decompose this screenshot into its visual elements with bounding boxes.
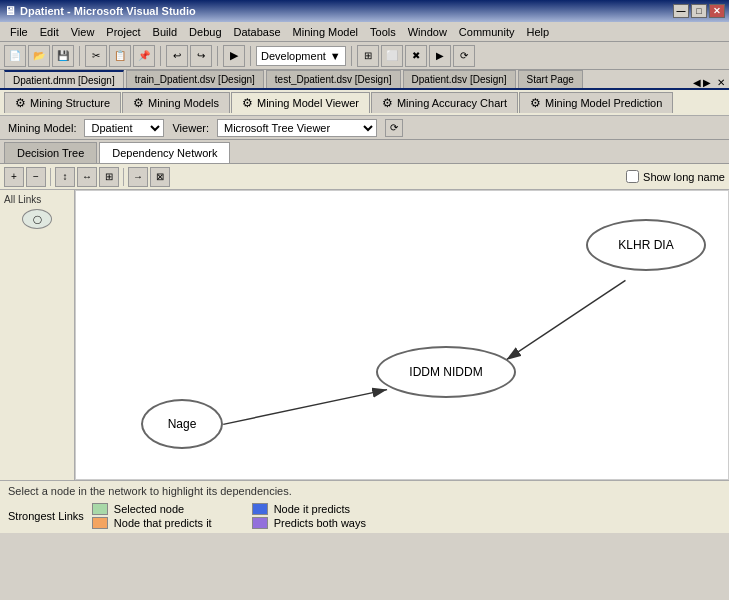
refresh-button[interactable]: ⟳ bbox=[385, 119, 403, 137]
dropdown-arrow: ▼ bbox=[330, 50, 341, 62]
tab-decision-tree[interactable]: Decision Tree bbox=[4, 142, 97, 163]
menu-view[interactable]: View bbox=[65, 24, 101, 40]
viewer-select[interactable]: Microsoft Tree Viewer bbox=[217, 119, 377, 137]
tab-mining-models[interactable]: ⚙ Mining Models bbox=[122, 92, 230, 113]
mining-model-label: Mining Model: bbox=[8, 122, 76, 134]
zoom-in-btn[interactable]: + bbox=[4, 167, 24, 187]
legend-left: Selected node Node that predicts it bbox=[92, 503, 212, 529]
copy-btn[interactable]: 📋 bbox=[109, 45, 131, 67]
menu-mining-model[interactable]: Mining Model bbox=[287, 24, 364, 40]
expand-btn[interactable]: → bbox=[128, 167, 148, 187]
mining-model-select[interactable]: Dpatient bbox=[84, 119, 164, 137]
tab-mining-structure-label: Mining Structure bbox=[30, 97, 110, 109]
menu-database[interactable]: Database bbox=[228, 24, 287, 40]
toolbar-btn4[interactable]: ▶ bbox=[429, 45, 451, 67]
viewer-label: Viewer: bbox=[172, 122, 208, 134]
fit-all-btn[interactable]: ⊞ bbox=[99, 167, 119, 187]
small-node-icon: ◯ bbox=[22, 209, 52, 229]
save-btn[interactable]: 💾 bbox=[52, 45, 74, 67]
toolbar-btn3[interactable]: ✖ bbox=[405, 45, 427, 67]
new-btn[interactable]: 📄 bbox=[4, 45, 26, 67]
fit-horizontal-btn[interactable]: ↔ bbox=[77, 167, 97, 187]
bottom-area: Select a node in the network to highligh… bbox=[0, 480, 729, 533]
status-text: Select a node in the network to highligh… bbox=[8, 485, 721, 497]
zoom-out-btn[interactable]: − bbox=[26, 167, 46, 187]
tab-dependency-network[interactable]: Dependency Network bbox=[99, 142, 230, 163]
tab-mining-models-label: Mining Models bbox=[148, 97, 219, 109]
close-button[interactable]: ✕ bbox=[709, 4, 725, 18]
menu-bar: File Edit View Project Build Debug Datab… bbox=[0, 22, 729, 42]
node-nage[interactable]: Nage bbox=[141, 399, 223, 449]
tab-mining-accuracy[interactable]: ⚙ Mining Accuracy Chart bbox=[371, 92, 518, 113]
menu-debug[interactable]: Debug bbox=[183, 24, 227, 40]
sub-toolbar: Mining Model: Dpatient Viewer: Microsoft… bbox=[0, 116, 729, 140]
doc-tab-train-dpatient[interactable]: train_Dpatient.dsv [Design] bbox=[126, 70, 264, 88]
node-nage-label: Nage bbox=[168, 417, 197, 431]
doc-tab-close[interactable]: ✕ bbox=[717, 77, 725, 88]
mining-accuracy-icon: ⚙ bbox=[382, 96, 393, 110]
mining-tabs: ⚙ Mining Structure ⚙ Mining Models ⚙ Min… bbox=[0, 90, 729, 116]
doc-tab-dpatient-dmm[interactable]: Dpatient.dmm [Design] bbox=[4, 70, 124, 88]
legend-predicts-it-color bbox=[92, 517, 108, 529]
title-bar-controls: — □ ✕ bbox=[673, 4, 725, 18]
legend-node-predicts-it: Node that predicts it bbox=[92, 517, 212, 529]
tab-mining-structure[interactable]: ⚙ Mining Structure bbox=[4, 92, 121, 113]
maximize-button[interactable]: □ bbox=[691, 4, 707, 18]
menu-file[interactable]: File bbox=[4, 24, 34, 40]
sep2 bbox=[160, 46, 161, 66]
legend-it-predicts-color bbox=[252, 503, 268, 515]
main-content: All Links ◯ KLHR DIA IDDM NIDDM Nage bbox=[0, 190, 729, 480]
mining-models-icon: ⚙ bbox=[133, 96, 144, 110]
tab-mining-prediction[interactable]: ⚙ Mining Model Prediction bbox=[519, 92, 673, 113]
paste-btn[interactable]: 📌 bbox=[133, 45, 155, 67]
toolbar-btn2[interactable]: ⬜ bbox=[381, 45, 403, 67]
svg-line-1 bbox=[506, 280, 625, 359]
menu-window[interactable]: Window bbox=[402, 24, 453, 40]
feature-tabs: Decision Tree Dependency Network bbox=[0, 140, 729, 164]
menu-project[interactable]: Project bbox=[100, 24, 146, 40]
legend-it-predicts-label: Node it predicts bbox=[274, 503, 350, 515]
menu-build[interactable]: Build bbox=[147, 24, 183, 40]
title-bar-left: 🖥 Dpatient - Microsoft Visual Studio bbox=[4, 4, 196, 18]
main-toolbar: 📄 📂 💾 ✂ 📋 📌 ↩ ↪ ▶ Development ▼ ⊞ ⬜ ✖ ▶ … bbox=[0, 42, 729, 70]
redo-btn[interactable]: ↪ bbox=[190, 45, 212, 67]
toolbar-btn5[interactable]: ⟳ bbox=[453, 45, 475, 67]
menu-community[interactable]: Community bbox=[453, 24, 521, 40]
mining-model-viewer-icon: ⚙ bbox=[242, 96, 253, 110]
node-iddm-niddm[interactable]: IDDM NIDDM bbox=[376, 346, 516, 398]
cut-btn[interactable]: ✂ bbox=[85, 45, 107, 67]
vsep1 bbox=[50, 168, 51, 186]
all-links-title: All Links bbox=[4, 194, 70, 205]
fit-vertical-btn[interactable]: ↕ bbox=[55, 167, 75, 187]
copy-image-btn[interactable]: ⊠ bbox=[150, 167, 170, 187]
toolbar-btn1[interactable]: ⊞ bbox=[357, 45, 379, 67]
node-klhr-dia[interactable]: KLHR DIA bbox=[586, 219, 706, 271]
sep1 bbox=[79, 46, 80, 66]
left-panel: All Links ◯ bbox=[0, 190, 75, 480]
doc-tab-scroll-left[interactable]: ◀ bbox=[693, 77, 701, 88]
show-long-name-container: Show long name bbox=[626, 170, 725, 183]
undo-btn[interactable]: ↩ bbox=[166, 45, 188, 67]
doc-tab-scroll-right[interactable]: ▶ bbox=[703, 77, 711, 88]
vsep2 bbox=[123, 168, 124, 186]
show-long-name-checkbox[interactable] bbox=[626, 170, 639, 183]
play-button[interactable]: ▶ bbox=[223, 45, 245, 67]
tab-mining-model-viewer[interactable]: ⚙ Mining Model Viewer bbox=[231, 92, 370, 113]
development-dropdown[interactable]: Development ▼ bbox=[256, 46, 346, 66]
menu-help[interactable]: Help bbox=[520, 24, 555, 40]
node-iddm-niddm-label: IDDM NIDDM bbox=[409, 365, 482, 379]
open-btn[interactable]: 📂 bbox=[28, 45, 50, 67]
legend-selected-label: Selected node bbox=[114, 503, 184, 515]
strongest-links-label: Strongest Links bbox=[8, 510, 84, 522]
doc-tab-start-page[interactable]: Start Page bbox=[518, 70, 583, 88]
menu-edit[interactable]: Edit bbox=[34, 24, 65, 40]
menu-tools[interactable]: Tools bbox=[364, 24, 402, 40]
doc-tab-dpatient-dsv[interactable]: Dpatient.dsv [Design] bbox=[403, 70, 516, 88]
legend-selected-color bbox=[92, 503, 108, 515]
sep3 bbox=[217, 46, 218, 66]
doc-tab-test-dpatient[interactable]: test_Dpatient.dsv [Design] bbox=[266, 70, 401, 88]
show-long-name-label: Show long name bbox=[643, 171, 725, 183]
title-bar: 🖥 Dpatient - Microsoft Visual Studio — □… bbox=[0, 0, 729, 22]
minimize-button[interactable]: — bbox=[673, 4, 689, 18]
tab-mining-accuracy-label: Mining Accuracy Chart bbox=[397, 97, 507, 109]
